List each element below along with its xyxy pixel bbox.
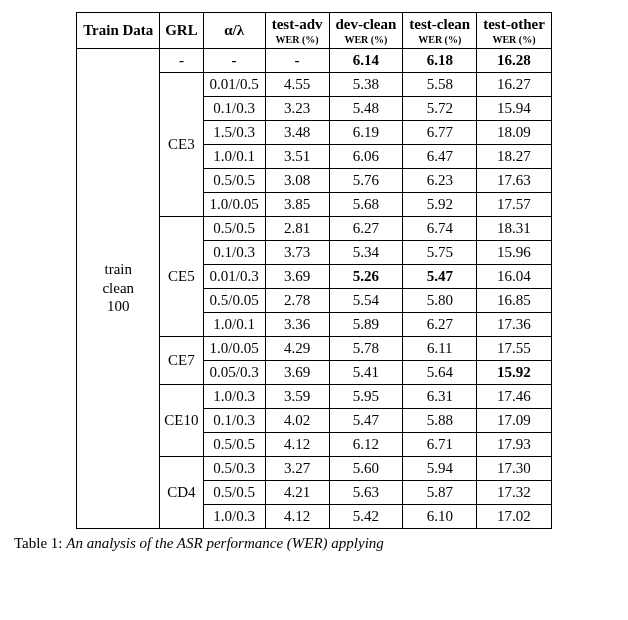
alpha-cell: 0.01/0.3 <box>203 264 265 288</box>
test-adv-cell: 3.27 <box>265 456 329 480</box>
test-adv-cell: 3.48 <box>265 120 329 144</box>
alpha-cell: 0.5/0.05 <box>203 288 265 312</box>
test-other-cell: 16.28 <box>477 48 552 72</box>
col-dev-clean: dev-clean WER (%) <box>329 13 403 49</box>
alpha-cell: 1.5/0.3 <box>203 120 265 144</box>
train-data-cell: trainclean100 <box>77 48 160 528</box>
dev-clean-cell: 5.76 <box>329 168 403 192</box>
test-adv-cell: 4.12 <box>265 432 329 456</box>
test-other-cell: 16.04 <box>477 264 552 288</box>
test-other-cell: 17.32 <box>477 480 552 504</box>
col-alpha-lambda: α/λ <box>203 13 265 49</box>
test-adv-cell: 4.21 <box>265 480 329 504</box>
test-other-cell: 17.55 <box>477 336 552 360</box>
alpha-cell: 0.5/0.5 <box>203 480 265 504</box>
alpha-cell: 1.0/0.1 <box>203 144 265 168</box>
test-adv-cell: 3.69 <box>265 264 329 288</box>
col-grl: GRL <box>160 13 203 49</box>
alpha-cell: 0.5/0.5 <box>203 168 265 192</box>
grl-cell: CE3 <box>160 72 203 216</box>
test-adv-cell: 3.69 <box>265 360 329 384</box>
col-test-adv: test-adv WER (%) <box>265 13 329 49</box>
col-train-data: Train Data <box>77 13 160 49</box>
test-other-cell: 15.94 <box>477 96 552 120</box>
test-clean-cell: 6.23 <box>403 168 477 192</box>
alpha-cell: - <box>203 48 265 72</box>
alpha-cell: 1.0/0.1 <box>203 312 265 336</box>
caption-label: Table 1: <box>14 535 63 551</box>
test-other-cell: 17.63 <box>477 168 552 192</box>
test-other-cell: 17.09 <box>477 408 552 432</box>
test-other-cell: 17.36 <box>477 312 552 336</box>
test-clean-cell: 5.72 <box>403 96 477 120</box>
test-other-cell: 17.30 <box>477 456 552 480</box>
dev-clean-cell: 5.42 <box>329 504 403 528</box>
test-clean-cell: 6.71 <box>403 432 477 456</box>
test-clean-cell: 6.31 <box>403 384 477 408</box>
test-adv-cell: 4.12 <box>265 504 329 528</box>
test-clean-cell: 5.87 <box>403 480 477 504</box>
alpha-cell: 1.0/0.05 <box>203 192 265 216</box>
test-other-cell: 18.09 <box>477 120 552 144</box>
alpha-cell: 0.1/0.3 <box>203 96 265 120</box>
test-adv-cell: 4.29 <box>265 336 329 360</box>
dev-clean-cell: 5.68 <box>329 192 403 216</box>
test-clean-cell: 5.58 <box>403 72 477 96</box>
dev-clean-cell: 5.60 <box>329 456 403 480</box>
test-other-cell: 15.92 <box>477 360 552 384</box>
results-table: Train Data GRL α/λ test-adv WER (%) dev-… <box>76 12 552 529</box>
test-other-cell: 18.27 <box>477 144 552 168</box>
alpha-cell: 1.0/0.3 <box>203 384 265 408</box>
dev-clean-cell: 5.63 <box>329 480 403 504</box>
test-clean-cell: 5.88 <box>403 408 477 432</box>
grl-cell: CE5 <box>160 216 203 336</box>
test-other-cell: 17.46 <box>477 384 552 408</box>
alpha-cell: 0.5/0.5 <box>203 432 265 456</box>
dev-clean-cell: 6.12 <box>329 432 403 456</box>
test-adv-cell: 3.36 <box>265 312 329 336</box>
test-other-cell: 17.93 <box>477 432 552 456</box>
test-clean-cell: 6.47 <box>403 144 477 168</box>
alpha-cell: 0.1/0.3 <box>203 240 265 264</box>
dev-clean-cell: 6.06 <box>329 144 403 168</box>
test-clean-cell: 5.75 <box>403 240 477 264</box>
dev-clean-cell: 5.34 <box>329 240 403 264</box>
grl-cell: CE7 <box>160 336 203 384</box>
test-adv-cell: 3.85 <box>265 192 329 216</box>
test-adv-cell: 3.59 <box>265 384 329 408</box>
test-other-cell: 15.96 <box>477 240 552 264</box>
alpha-cell: 0.5/0.5 <box>203 216 265 240</box>
test-adv-cell: 2.81 <box>265 216 329 240</box>
test-adv-cell: 4.02 <box>265 408 329 432</box>
test-adv-cell: 3.08 <box>265 168 329 192</box>
test-clean-cell: 5.92 <box>403 192 477 216</box>
test-clean-cell: 6.18 <box>403 48 477 72</box>
dev-clean-cell: 5.26 <box>329 264 403 288</box>
table-caption: Table 1: An analysis of the ASR performa… <box>14 535 614 552</box>
test-adv-cell: 2.78 <box>265 288 329 312</box>
dev-clean-cell: 5.38 <box>329 72 403 96</box>
alpha-cell: 1.0/0.3 <box>203 504 265 528</box>
col-test-clean: test-clean WER (%) <box>403 13 477 49</box>
test-clean-cell: 6.27 <box>403 312 477 336</box>
dev-clean-cell: 6.14 <box>329 48 403 72</box>
dev-clean-cell: 5.48 <box>329 96 403 120</box>
dev-clean-cell: 6.27 <box>329 216 403 240</box>
test-other-cell: 16.85 <box>477 288 552 312</box>
test-other-cell: 16.27 <box>477 72 552 96</box>
dev-clean-cell: 5.47 <box>329 408 403 432</box>
test-adv-cell: 3.23 <box>265 96 329 120</box>
test-clean-cell: 6.10 <box>403 504 477 528</box>
test-other-cell: 17.02 <box>477 504 552 528</box>
dev-clean-cell: 5.41 <box>329 360 403 384</box>
table-header-row: Train Data GRL α/λ test-adv WER (%) dev-… <box>77 13 552 49</box>
test-clean-cell: 6.77 <box>403 120 477 144</box>
alpha-cell: 0.05/0.3 <box>203 360 265 384</box>
table-row: trainclean100---6.146.1816.28 <box>77 48 552 72</box>
test-adv-cell: - <box>265 48 329 72</box>
dev-clean-cell: 5.78 <box>329 336 403 360</box>
dev-clean-cell: 5.89 <box>329 312 403 336</box>
dev-clean-cell: 6.19 <box>329 120 403 144</box>
dev-clean-cell: 5.54 <box>329 288 403 312</box>
alpha-cell: 1.0/0.05 <box>203 336 265 360</box>
